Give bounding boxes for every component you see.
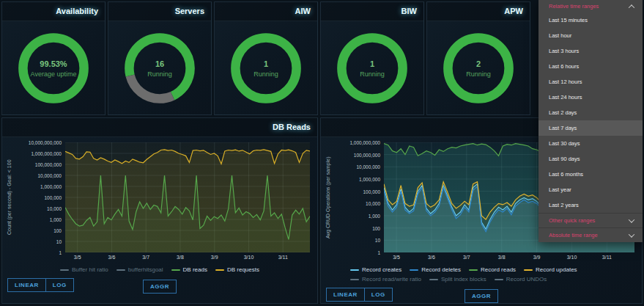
y-tick-label: 1,000 — [329, 214, 380, 219]
legend-color-dash — [429, 279, 438, 280]
time-range-option[interactable]: Last 90 days — [538, 151, 643, 167]
time-range-option[interactable]: Last 2 years — [538, 197, 643, 213]
time-range-option[interactable]: Last 6 months — [538, 167, 643, 182]
y-tick-label: 1,000 — [10, 217, 62, 222]
x-tick-label: 3/8 — [498, 255, 506, 260]
gauge-panel-apw: APW 2 Running — [426, 1, 530, 115]
time-range-section-absolute-time-range[interactable]: Absolute time range — [538, 227, 643, 242]
gauge-panel-availability: Availability 99.53% Average uptime — [1, 1, 106, 115]
panel-title: AIW — [215, 2, 317, 21]
y-tick-label: 100,000 — [10, 195, 62, 200]
panel-title: APW — [427, 2, 530, 21]
gauge-value: 2 — [476, 59, 481, 68]
gauge-label: Average uptime — [31, 70, 77, 78]
time-range-option[interactable]: Last 30 days — [538, 136, 643, 151]
x-tick-label: 3/5 — [74, 255, 81, 260]
chevron-down-icon — [629, 216, 634, 222]
gauge-panel-servers: Servers 16 Running — [108, 1, 212, 115]
gauge-value: 1 — [264, 59, 268, 68]
legend-item[interactable]: Record deletes — [410, 266, 461, 274]
legend-color-dash — [469, 269, 478, 271]
legend-item[interactable]: Record UNDOs — [495, 275, 547, 284]
x-axis-ticks: 3/53/63/73/83/93/103/11 — [384, 253, 634, 263]
aggr-button[interactable]: AGGR — [465, 289, 498, 303]
y-tick-label: 100,000,000 — [329, 152, 380, 157]
db-reads-chart-panel: DB Reads Count (per second) - Goal: < 10… — [1, 117, 318, 304]
time-range-option[interactable]: Last 24 hours — [538, 90, 643, 105]
gauge-ring: 2 Running — [440, 30, 517, 106]
y-tick-label: 10,000,000,000 — [10, 140, 62, 145]
linear-button[interactable]: LINEAR — [7, 278, 46, 292]
relative-time-ranges-label: Relative time ranges — [549, 3, 599, 10]
legend-item[interactable]: Record updates — [524, 266, 577, 274]
panel-title: Availability — [2, 2, 105, 21]
y-tick-label: 1,000,000,000 — [10, 151, 62, 156]
legend-color-dash — [524, 269, 533, 271]
time-range-option[interactable]: Last 2 days — [538, 105, 643, 120]
time-range-menu-header[interactable]: Relative time ranges — [538, 0, 643, 12]
time-range-option[interactable]: Last 15 minutes — [538, 12, 643, 28]
time-range-option[interactable]: Last 6 hours — [538, 59, 643, 74]
time-range-option[interactable]: Last 3 hours — [538, 43, 643, 59]
legend-item[interactable]: Record reads — [469, 266, 516, 274]
y-tick-label: 10 — [329, 238, 380, 243]
chart-canvas[interactable] — [65, 142, 310, 252]
time-range-section-other-quick-ranges[interactable]: Other quick ranges — [538, 213, 643, 227]
plot-area[interactable]: 10,000,000,0001,000,000,000100,000,00010… — [65, 142, 310, 252]
y-tick-label: 1 — [329, 250, 380, 255]
panel-title: BIW — [321, 2, 423, 21]
legend-item[interactable]: Record creates — [350, 266, 401, 274]
chart-legend: Buffer hit ratiobufferhitsgoalDB readsDB… — [8, 266, 311, 274]
legend-color-dash — [171, 269, 180, 271]
time-range-option[interactable]: Last 12 hours — [538, 74, 643, 90]
x-tick-label: 3/7 — [142, 255, 149, 260]
x-axis-ticks: 3/53/63/73/83/93/103/11 — [65, 253, 310, 263]
y-tick-label: 10 — [10, 239, 62, 244]
legend-color-dash — [410, 269, 418, 271]
legend-item[interactable]: bufferhitsgoal — [116, 266, 163, 274]
time-range-option[interactable]: Last year — [538, 182, 643, 197]
x-tick-label: 3/9 — [533, 255, 541, 260]
gauge-label: Running — [253, 70, 278, 78]
x-tick-label: 3/6 — [108, 255, 116, 260]
gauge-label: Running — [466, 70, 491, 78]
time-range-menu: Relative time ranges Last 15 minutesLast… — [538, 0, 643, 242]
gauge-panel-biw: BIW 1 Running — [320, 1, 424, 115]
legend-item[interactable]: Split index blocks — [429, 275, 486, 284]
legend-item[interactable]: Buffer hit ratio — [60, 266, 108, 274]
x-tick-label: 3/8 — [177, 255, 184, 260]
log-button[interactable]: LOG — [365, 288, 393, 302]
gauge-ring: 1 Running — [228, 30, 304, 106]
x-tick-label: 3/5 — [393, 255, 400, 260]
legend-item[interactable]: DB reads — [171, 266, 207, 274]
gauge-value: 16 — [155, 59, 164, 68]
gauge-value: 1 — [370, 59, 374, 68]
gauge-ring: 1 Running — [334, 30, 410, 106]
time-range-option[interactable]: Last hour — [538, 28, 643, 43]
gauge-row: Availability 99.53% Average uptime Serve… — [1, 1, 530, 115]
legend-color-dash — [215, 269, 224, 271]
gauge-panel-aiw: AIW 1 Running — [214, 1, 318, 115]
y-axis-label: Avg CRUD Operations (per sample) — [325, 142, 330, 252]
y-tick-label: 1,000,000 — [329, 177, 380, 182]
aggr-button[interactable]: AGGR — [143, 280, 177, 294]
legend-item[interactable]: DB requests — [215, 266, 259, 274]
y-tick-label: 10,000 — [329, 201, 380, 206]
gauge-value: 99.53% — [40, 59, 67, 68]
y-tick-label: 1,000,000,000 — [329, 140, 380, 145]
y-tick-label: 10,000,000 — [10, 173, 62, 178]
linear-button[interactable]: LINEAR — [326, 288, 365, 302]
legend-item[interactable]: Record read/write ratio — [350, 275, 421, 284]
chevron-down-icon — [629, 231, 634, 237]
legend-color-dash — [116, 269, 125, 271]
log-button[interactable]: LOG — [46, 278, 74, 292]
panel-title: Servers — [108, 2, 211, 21]
x-tick-label: 3/10 — [244, 255, 254, 260]
y-tick-label: 1,000,000 — [10, 184, 62, 189]
y-tick-label: 100,000,000 — [10, 162, 62, 167]
time-range-option[interactable]: Last 7 days — [538, 120, 643, 136]
x-tick-label: 3/11 — [278, 255, 288, 260]
chevron-up-icon — [629, 4, 634, 10]
gauge-ring: 99.53% Average uptime — [15, 30, 92, 106]
y-tick-label: 1 — [10, 250, 62, 255]
